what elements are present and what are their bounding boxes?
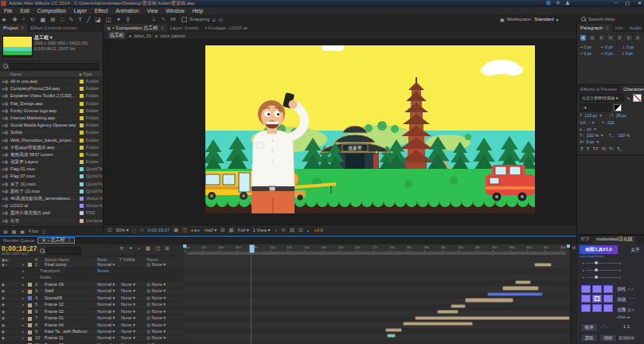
- blend-mode-select[interactable]: Normal ▾: [97, 302, 115, 307]
- snapping-checkbox[interactable]: [181, 17, 187, 22]
- anchor-cell[interactable]: [603, 285, 613, 293]
- project-item-row[interactable]: ▸▦ Explainer Video Toolkit 2 [CS5].aep F…: [0, 92, 103, 100]
- menu-item[interactable]: Edit: [16, 8, 33, 14]
- justify-last-left-icon[interactable]: ≡: [607, 34, 614, 41]
- align-right-icon[interactable]: ≡: [598, 34, 605, 41]
- tool-icon[interactable]: T: [78, 16, 82, 23]
- trkmat-select[interactable]: None ▾: [121, 309, 135, 315]
- viewer-current-time[interactable]: 0:00:18:27: [148, 228, 170, 233]
- anchor-cell[interactable]: [581, 295, 591, 303]
- current-time-indicator[interactable]: [249, 244, 255, 253]
- menu-item[interactable]: File: [0, 8, 16, 14]
- minimize-button[interactable]: –: [615, 0, 617, 6]
- project-item-row[interactable]: ▸▦ 宣传片领先预告.psd PSD: [0, 209, 103, 217]
- column-name[interactable]: Name: [10, 72, 21, 76]
- layer-name[interactable]: Audio: [40, 275, 91, 280]
- timeline-layer-row[interactable]: ◉ ▸ 8 Frame 04 Normal ▾ None ▾ ◎ None ▾: [0, 322, 183, 329]
- layer-name[interactable]: Kate Ta...with Balloon: [45, 329, 96, 334]
- twirl-icon[interactable]: ▸: [22, 288, 24, 294]
- layer-track-area[interactable]: [183, 256, 570, 344]
- mask-visibility-icon[interactable]: ◇: [140, 227, 144, 233]
- tool-icon[interactable]: ⌕: [22, 15, 25, 23]
- work-area-start-handle[interactable]: [183, 244, 186, 248]
- tab-character[interactable]: Character≡: [620, 85, 644, 93]
- new-folder-icon[interactable]: ▦: [12, 229, 17, 234]
- layer-label-swatch[interactable]: [28, 283, 32, 287]
- composition-canvas[interactable]: 张家界: [205, 45, 535, 213]
- select-button[interactable]: 选取: [580, 334, 598, 342]
- slider-x[interactable]: ◂▸: [582, 260, 621, 266]
- frame-blending-icon[interactable]: ▦: [146, 245, 150, 252]
- timeline-scrollbar[interactable]: [570, 244, 577, 344]
- label-color-swatch[interactable]: [80, 131, 84, 135]
- trkmat-select[interactable]: None ▾: [121, 329, 135, 334]
- timeline-layer-row[interactable]: ◉ ♪ ▾ 1 Final comp Normal ▾ ◎ None ▾: [0, 262, 183, 268]
- breadcrumb-root[interactable]: 总工程: [108, 32, 125, 39]
- motion-blur-icon[interactable]: ◫: [155, 245, 160, 252]
- layer-duration-bar[interactable]: [403, 322, 472, 326]
- parent-select[interactable]: ◎ None ▾: [146, 288, 166, 294]
- blend-mode-select[interactable]: Normal ▾: [97, 288, 115, 294]
- tool-icon[interactable]: ◫: [106, 16, 111, 23]
- layer-label-swatch[interactable]: [28, 296, 32, 300]
- time-ruler[interactable]: 00s 02s 04s 06s 08s 10s 12s 14s 16s 18s …: [183, 244, 570, 256]
- reset-link[interactable]: Reset: [97, 268, 109, 274]
- twirl-icon[interactable]: ▸: [22, 275, 24, 280]
- project-item-row[interactable]: ▸▦ Flat_Design.aep Folder: [0, 100, 103, 108]
- brush-button[interactable]: 相刷: [599, 334, 617, 342]
- timeline-layer-row[interactable]: ◉ ▸ 7 Frame 01 Normal ▾ None ▾ ◎ None ▾: [0, 315, 183, 322]
- trkmat-select[interactable]: None ▾: [121, 282, 135, 287]
- tool-icon[interactable]: ↻: [30, 16, 35, 23]
- project-search-input[interactable]: [10, 63, 99, 70]
- draft-3d-icon[interactable]: ✦: [128, 245, 132, 252]
- parent-select[interactable]: ◎ None ▾: [146, 315, 166, 321]
- font-size-value[interactable]: 120 px: [584, 113, 597, 118]
- view-axis-icon[interactable]: ⋈: [170, 16, 176, 22]
- blend-mode-select[interactable]: Normal ▾: [97, 315, 115, 321]
- timeline-layer-row[interactable]: ◉ ▸ 5 Frame 12 Normal ▾ None ▾ ◎ None ▾: [0, 302, 183, 308]
- trkmat-select[interactable]: None ▾: [121, 335, 135, 341]
- tracking-value[interactable]: 226: [607, 120, 615, 125]
- show-channel-icon[interactable]: [191, 228, 201, 233]
- label-color-swatch[interactable]: [80, 102, 84, 106]
- graph-editor-icon[interactable]: ⊞: [165, 245, 169, 252]
- project-item-row[interactable]: ▸▦ Social Media Agency Opener.aep Folder: [0, 122, 103, 129]
- layer-duration-bar[interactable]: [385, 328, 402, 332]
- eyedropper-icon[interactable]: ✎: [626, 96, 630, 101]
- exposure-value[interactable]: +0.0: [314, 228, 322, 233]
- tool-icon[interactable]: ⊞: [50, 16, 55, 23]
- blend-mode-select[interactable]: Normal ▾: [97, 309, 115, 315]
- project-item-row[interactable]: ▸▦ Web_Promotion_bands_project.aep Folde…: [0, 137, 103, 144]
- font-family-select[interactable]: 方正兰亭5H宋简体 ▾: [580, 94, 624, 102]
- parent-select[interactable]: ◎ None ▾: [146, 262, 166, 268]
- blend-mode-select[interactable]: Normal ▾: [97, 262, 115, 268]
- trkmat-select[interactable]: None ▾: [121, 295, 135, 301]
- parent-select[interactable]: ◎ None ▾: [146, 282, 166, 287]
- tool-icon[interactable]: □: [60, 16, 64, 23]
- layer-name[interactable]: Frame 12: [45, 302, 96, 307]
- timeline-layer-row[interactable]: ◉ ▸ 6 Frame 02 Normal ▾ None ▾ ◎ None ▾: [0, 309, 183, 315]
- parent-select[interactable]: ◎ None ▾: [146, 335, 166, 341]
- work-area-bar[interactable]: [187, 252, 566, 255]
- tool-icon[interactable]: ⚲: [126, 16, 131, 23]
- trkmat-select[interactable]: None ▾: [121, 315, 135, 321]
- label-color-swatch[interactable]: [80, 80, 84, 84]
- parent-select[interactable]: ◎ None ▾: [146, 309, 166, 315]
- anchor-cell[interactable]: [592, 285, 602, 293]
- twirl-icon[interactable]: ▸: [22, 315, 24, 321]
- horizontal-scale-value[interactable]: 100 %: [618, 133, 630, 138]
- close-tab-icon[interactable]: ✕: [41, 237, 45, 243]
- layer-label-swatch[interactable]: [28, 276, 32, 280]
- project-item-row[interactable]: ▸▦ Internet Marketing.aep Folder: [0, 115, 103, 122]
- anchor-cell[interactable]: [603, 295, 613, 303]
- kerning-value[interactable]: -: [588, 120, 590, 125]
- layer-duration-bar[interactable]: [437, 310, 458, 314]
- layer-label-swatch[interactable]: [28, 269, 32, 273]
- timeline-layer-row[interactable]: ◉ ▸ 3 Staff Normal ▾ None ▾ ◎ None ▾: [0, 288, 183, 295]
- label-color-swatch[interactable]: [80, 139, 84, 143]
- paragraph-field[interactable]: ⇤ 0 px: [601, 45, 621, 49]
- layer-duration-bar[interactable]: [465, 298, 513, 302]
- hide-shy-layers-icon[interactable]: ⌁: [138, 245, 141, 252]
- project-item-row[interactable]: ▸▦ 4K高清投影动画_lamentakecom.ai Vector Art: [0, 195, 103, 202]
- label-color-swatch[interactable]: [80, 109, 84, 113]
